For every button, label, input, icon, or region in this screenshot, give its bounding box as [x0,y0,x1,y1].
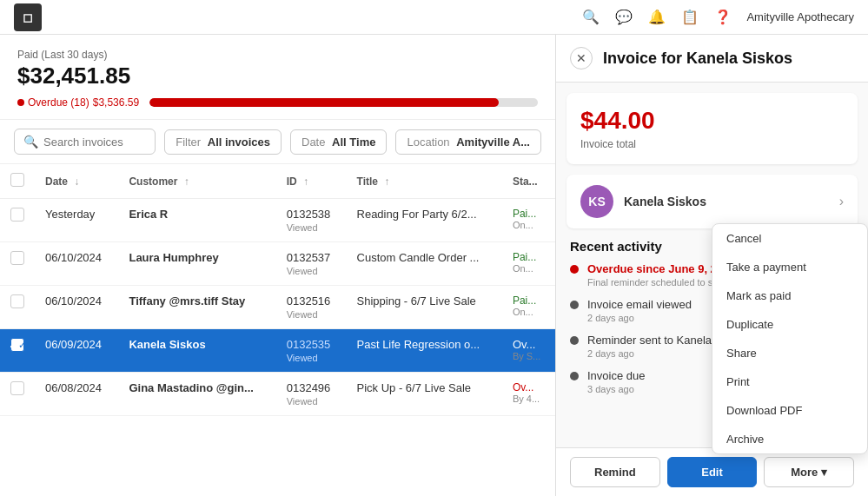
more-button[interactable]: More ▾ [764,457,854,487]
left-panel: Paid (Last 30 days) $32,451.85 Overdue (… [0,35,555,496]
header-customer[interactable]: Customer ↑ [118,164,275,199]
stats-row: Overdue (18) $3,536.59 [17,96,538,109]
row-id: 0132537 Viewed [276,242,347,286]
filter-value: All invoices [208,136,270,149]
activity-dot [570,372,579,380]
invoice-label: Invoice total [580,138,844,150]
row-checkbox-cell[interactable] [0,286,35,329]
table-row[interactable]: Yesterday Erica R 0132538 Viewed Reading… [0,199,555,242]
remind-button[interactable]: Remind [570,457,660,487]
user-label[interactable]: Amityville Apothecary [746,10,854,23]
context-menu: CancelTake a paymentMark as paidDuplicat… [712,223,868,454]
invoice-total-card: $44.00 Invoice total [567,93,858,164]
row-title: Reading For Party 6/2... [347,199,502,242]
progress-bar-fill [149,98,499,107]
row-checkbox[interactable] [10,208,24,222]
progress-bar [149,98,538,107]
activity-sub: 2 days ago [587,313,692,323]
date-filter-button[interactable]: Date All Time [290,129,387,155]
header-id[interactable]: ID ↑ [276,164,347,199]
row-checkbox-cell[interactable] [0,199,35,242]
top-bar-right: 🔍 💬 🔔 📋 ❓ Amityville Apothecary [581,8,854,27]
context-menu-item[interactable]: Cancel [712,224,867,253]
activity-dot [570,265,579,274]
header-date[interactable]: Date ↓ [35,164,118,199]
chevron-right-icon: › [839,194,844,209]
header-checkbox[interactable] [0,164,35,199]
table-row[interactable]: ✓ 06/09/2024 Kanela Siskos 0132535 Viewe… [0,329,555,373]
row-title: Shipping - 6/7 Live Sale [347,286,502,329]
row-checkbox[interactable] [10,294,24,308]
row-id: 0132516 Viewed [276,286,347,329]
chat-icon[interactable]: 💬 [614,8,633,27]
stats-amount: $32,451.85 [17,63,538,89]
customer-card[interactable]: KS Kanela Siskos › [567,175,858,228]
row-title: Past Life Regression o... [347,329,502,373]
right-panel: ✕ Invoice for Kanela Siskos $44.00 Invoi… [555,35,868,496]
header-title[interactable]: Title ↑ [347,164,502,199]
row-date: 06/09/2024 [35,329,118,373]
row-status: Pai... On... [502,199,555,242]
customer-name: Kanela Siskos [624,195,829,208]
context-menu-item[interactable]: Take a payment [712,253,867,281]
context-menu-item[interactable]: Archive [712,425,867,453]
activity-text: Invoice due [587,369,646,382]
row-checkbox[interactable] [10,251,24,265]
search-icon[interactable]: 🔍 [581,8,600,27]
title-sort-icon: ↑ [384,175,389,188]
table-row[interactable]: 06/08/2024 Gina Mastadino @gin... 013249… [0,373,555,416]
overdue-badge: Overdue (18) $3,536.59 [17,96,139,109]
bell-icon[interactable]: 🔔 [647,8,666,27]
logo: ◻ [14,3,42,31]
main-content: Paid (Last 30 days) $32,451.85 Overdue (… [0,35,868,496]
search-input[interactable] [43,136,146,149]
row-customer: Gina Mastadino @gin... [118,373,275,416]
table-row[interactable]: 06/10/2024 Laura Humphrey 0132537 Viewed… [0,242,555,286]
row-checkbox-cell[interactable]: ✓ [0,329,35,373]
table-header-row: Date ↓ Customer ↑ ID ↑ Title ↑ Sta... [0,164,555,199]
row-checkbox[interactable]: ✓ [10,338,24,352]
table-row[interactable]: 06/10/2024 Tiffany @mrs.tiff Stay 013251… [0,286,555,329]
search-box[interactable]: 🔍 [14,129,156,155]
avatar: KS [580,185,613,218]
date-sort-icon: ↓ [74,175,79,188]
activity-sub: 3 days ago [587,384,646,394]
search-icon-char: 🔍 [23,135,38,149]
row-status: Pai... On... [502,286,555,329]
logo-symbol: ◻ [23,10,33,24]
row-date: 06/08/2024 [35,373,118,416]
row-checkbox-cell[interactable] [0,373,35,416]
filter-bar: 🔍 Filter All invoices Date All Time Loca… [0,120,555,164]
row-checkbox[interactable] [10,381,24,395]
context-menu-item[interactable]: Mark as paid [712,281,867,310]
location-value: Amityville A... [456,136,530,149]
activity-content: Invoice due 3 days ago [587,369,646,394]
context-menu-item[interactable]: Duplicate [712,310,867,339]
help-icon[interactable]: ❓ [713,8,732,27]
close-button[interactable]: ✕ [570,47,593,69]
header-status[interactable]: Sta... [502,164,555,199]
context-menu-item[interactable]: Download PDF [712,396,867,425]
more-label: More [791,466,818,479]
row-title: Pick Up - 6/7 Live Sale [347,373,502,416]
filter-all-invoices-button[interactable]: Filter All invoices [164,129,282,155]
select-all-checkbox[interactable] [10,173,24,187]
location-label: Location [407,136,449,149]
date-value: All Time [332,136,375,149]
overdue-dot [17,99,24,106]
row-id: 0132535 Viewed [276,329,347,373]
filter-label: Filter [176,136,201,149]
row-customer: Kanela Siskos [118,329,275,373]
context-menu-item[interactable]: Share [712,339,867,367]
row-checkbox-cell[interactable] [0,242,35,286]
panel-header: ✕ Invoice for Kanela Siskos [556,35,868,83]
stats-bar: Paid (Last 30 days) $32,451.85 Overdue (… [0,35,555,120]
location-filter-button[interactable]: Location Amityville A... [395,129,541,155]
invoice-table-container: Date ↓ Customer ↑ ID ↑ Title ↑ Sta... Ye… [0,164,555,495]
date-label: Date [301,136,325,149]
calendar-icon[interactable]: 📋 [680,8,699,27]
row-customer: Laura Humphrey [118,242,275,286]
panel-footer: Remind Edit More ▾ [556,447,868,496]
edit-button[interactable]: Edit [667,457,758,487]
context-menu-item[interactable]: Print [712,367,867,396]
